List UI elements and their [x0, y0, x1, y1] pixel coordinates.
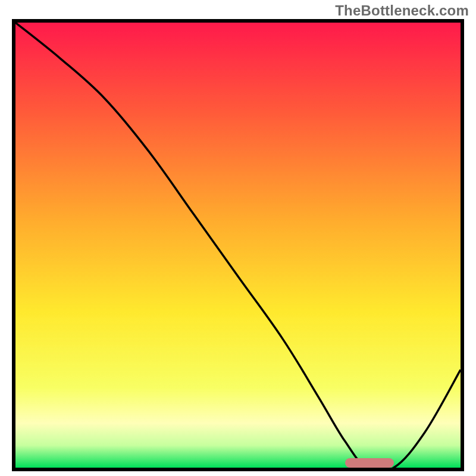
curve-layer: [15, 23, 461, 468]
optimal-zone-marker: [345, 458, 394, 468]
chart-container: TheBottleneck.com: [0, 0, 476, 476]
plot-area: [12, 19, 464, 471]
bottleneck-curve-path: [15, 23, 461, 468]
watermark-text: TheBottleneck.com: [335, 2, 469, 19]
